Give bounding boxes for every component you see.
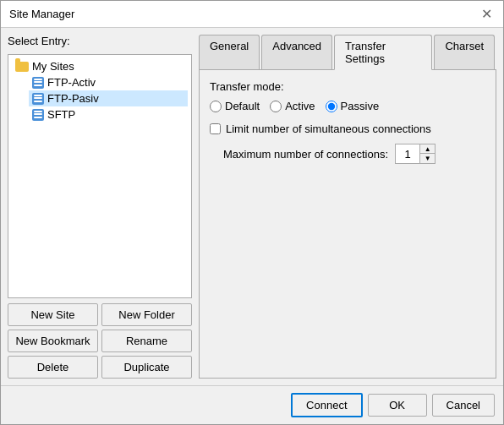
tree-item-label-sftp: SFTP [47, 108, 75, 121]
limit-connections-row: Limit number of simultaneous connections [210, 123, 485, 135]
tree-item-label: My Sites [32, 60, 74, 73]
tab-charset[interactable]: Charset [434, 35, 495, 69]
spinner-down-button[interactable]: ▼ [419, 154, 435, 163]
spinner-buttons: ▲ ▼ [419, 144, 435, 163]
tree-item-my-sites[interactable]: My Sites [12, 58, 188, 74]
limit-connections-checkbox[interactable] [210, 123, 221, 134]
new-site-button[interactable]: New Site [8, 303, 98, 326]
select-entry-label: Select Entry: [8, 35, 192, 47]
duplicate-button[interactable]: Duplicate [101, 356, 192, 379]
close-button[interactable]: ✕ [478, 6, 495, 23]
tree-item-label-ftp-pasiv: FTP-Pasiv [47, 92, 99, 105]
transfer-mode-radio-group: Default Active Passive [210, 100, 485, 112]
ok-button[interactable]: OK [368, 394, 427, 417]
radio-default-input[interactable] [210, 101, 222, 112]
server-icon-2 [32, 93, 44, 105]
radio-default[interactable]: Default [210, 100, 260, 112]
cancel-button[interactable]: Cancel [432, 394, 495, 417]
limit-connections-label: Limit number of simultaneous connections [226, 123, 431, 135]
tree-item-label-ftp-activ: FTP-Activ [47, 76, 96, 89]
max-connections-row: Maximum number of connections: ▲ ▼ [210, 144, 485, 164]
new-bookmark-button[interactable]: New Bookmark [8, 330, 98, 352]
tree-children: FTP-Activ FTP-Pasiv [12, 74, 188, 123]
tab-content-transfer-settings: Transfer mode: Default Active Passive [199, 70, 496, 379]
radio-passive-input[interactable] [326, 101, 337, 112]
left-panel: Select Entry: My Sites FT [8, 35, 192, 379]
bottom-bar: Connect OK Cancel [1, 385, 503, 424]
tree-item-ftp-activ[interactable]: FTP-Activ [29, 74, 188, 90]
tab-advanced[interactable]: Advanced [261, 35, 332, 69]
radio-passive[interactable]: Passive [326, 100, 380, 112]
max-connections-label: Maximum number of connections: [223, 148, 388, 161]
title-bar: Site Manager ✕ [1, 1, 503, 28]
max-connections-spinner: ▲ ▼ [395, 144, 436, 164]
delete-button[interactable]: Delete [8, 356, 98, 379]
server-icon-3 [32, 109, 44, 121]
tab-general[interactable]: General [199, 35, 260, 69]
connect-button[interactable]: Connect [291, 393, 362, 417]
max-connections-input[interactable] [396, 144, 419, 163]
window-title: Site Manager [9, 8, 74, 20]
right-panel: General Advanced Transfer Settings Chars… [199, 35, 496, 379]
radio-passive-label: Passive [341, 100, 380, 112]
transfer-mode-label: Transfer mode: [210, 80, 485, 93]
tabs: General Advanced Transfer Settings Chars… [199, 35, 496, 70]
spinner-up-button[interactable]: ▲ [419, 144, 435, 154]
new-folder-button[interactable]: New Folder [101, 303, 192, 326]
tree-item-sftp[interactable]: SFTP [29, 106, 188, 123]
radio-active[interactable]: Active [270, 100, 315, 112]
tree-view[interactable]: My Sites FTP-Activ [8, 54, 192, 298]
radio-active-input[interactable] [270, 101, 282, 112]
folder-icon [15, 62, 29, 72]
tree-item-ftp-pasiv[interactable]: FTP-Pasiv [29, 90, 188, 106]
radio-default-label: Default [225, 100, 260, 112]
rename-button[interactable]: Rename [101, 330, 192, 352]
radio-active-label: Active [285, 100, 315, 112]
site-manager-window: Site Manager ✕ Select Entry: My Sites [0, 0, 504, 425]
server-icon [32, 77, 44, 89]
tab-transfer-settings[interactable]: Transfer Settings [334, 35, 432, 70]
main-content: Select Entry: My Sites FT [1, 28, 503, 385]
left-panel-buttons: New Site New Folder New Bookmark Rename … [8, 303, 192, 379]
